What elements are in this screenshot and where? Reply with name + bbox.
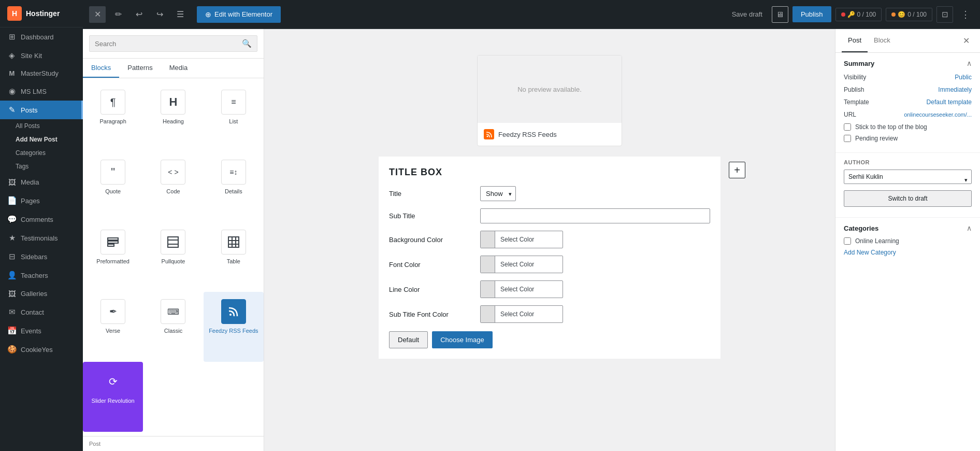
author-select-wrapper: Serhii Kuklin [844, 170, 972, 190]
sidebar-item-masterstudy[interactable]: M MasterStudy [0, 65, 83, 82]
tab-post[interactable]: Post [842, 29, 868, 52]
score2-button[interactable]: 😊 0 / 100 [886, 8, 932, 21]
default-button[interactable]: Default [389, 331, 428, 348]
right-panel-close-button[interactable]: ✕ [959, 32, 974, 50]
url-label: URL [844, 111, 856, 118]
editor-area[interactable]: No preview available. Feedzy RSS Feeds T… [264, 29, 835, 451]
sidebar-logo[interactable]: H Hostinger [0, 0, 83, 27]
categories-collapse-button[interactable]: ∧ [967, 224, 972, 232]
add-block-button[interactable]: + [729, 162, 745, 178]
sidebar-item-label: CookieYes [21, 346, 53, 354]
sidebar-item-galleries[interactable]: 🖼 Galleries [0, 285, 83, 303]
block-paragraph[interactable]: ¶ Paragraph [83, 82, 143, 152]
subtitle-input[interactable] [480, 208, 710, 223]
visibility-label: Visibility [844, 74, 866, 81]
sidebar-item-label: Dashboard [21, 33, 54, 41]
block-classic[interactable]: ⌨ Classic [143, 292, 203, 362]
block-tabs: Blocks Patterns Media [83, 59, 264, 78]
sidebar-item-label: Teachers [21, 272, 48, 279]
sidebar-item-sitekit[interactable]: ◈ Site Kit [0, 46, 83, 65]
sidebar-item-categories[interactable]: Categories [0, 146, 83, 160]
sidebar-item-teachers[interactable]: 👤 Teachers [0, 266, 83, 285]
author-select[interactable]: Serhii Kuklin [844, 170, 972, 184]
block-pullquote[interactable]: Pullquote [143, 222, 203, 292]
template-label: Template [844, 98, 869, 106]
template-value[interactable]: Default template [927, 98, 972, 106]
sidebar-item-all-posts[interactable]: All Posts [0, 119, 83, 133]
redo-button[interactable]: ↪ [151, 6, 168, 23]
summary-collapse-button[interactable]: ∧ [967, 59, 972, 67]
media-icon: 🖼 [7, 178, 17, 187]
title-control: Show Hide [480, 186, 710, 201]
subtitle-font-color-picker[interactable]: Select Color [480, 305, 563, 323]
switch-to-draft-button[interactable]: Switch to draft [844, 190, 972, 207]
block-list[interactable]: ≡ List [204, 82, 264, 152]
template-row: Template Default template [844, 98, 972, 106]
sidebar-item-contact[interactable]: ✉ Contact [0, 303, 83, 321]
logo-text: Hostinger [26, 9, 60, 18]
sidebar-item-sidebars[interactable]: ⊟ Sidebars [0, 247, 83, 266]
tab-block[interactable]: Block [868, 29, 897, 52]
stick-top-checkbox[interactable] [844, 123, 851, 131]
sidebar-item-tags[interactable]: Tags [0, 160, 83, 173]
line-color-picker[interactable]: Select Color [480, 280, 563, 298]
block-feedzy-rss[interactable]: Feedzy RSS Feeds [204, 292, 264, 362]
title-select[interactable]: Show Hide [480, 186, 516, 201]
close-button[interactable]: ✕ [89, 6, 106, 23]
line-color-swatch [481, 281, 495, 298]
undo-button[interactable]: ↩ [131, 6, 147, 23]
sidebar-item-dashboard[interactable]: ⊞ Dashboard [0, 27, 83, 46]
screen-options-button[interactable]: ⊡ [936, 6, 953, 23]
sidebar-item-comments[interactable]: 💬 Comments [0, 210, 83, 229]
categories-title: Categories [844, 224, 878, 232]
online-learning-checkbox[interactable] [844, 237, 851, 245]
block-code[interactable]: < > Code [143, 152, 203, 222]
edit-with-elementor-button[interactable]: ⊕ Edit with Elementor [197, 6, 281, 23]
action-buttons: Default Choose Image [389, 331, 710, 348]
tab-patterns[interactable]: Patterns [119, 59, 161, 78]
visibility-value[interactable]: Public [955, 74, 972, 81]
tab-media[interactable]: Media [161, 59, 196, 78]
publish-value[interactable]: Immediately [938, 86, 972, 93]
url-value[interactable]: onlinecourseseeker.com/... [904, 111, 972, 118]
pending-review-row: Pending review [844, 135, 972, 142]
save-draft-button[interactable]: Save draft [727, 7, 768, 21]
block-search-area: 🔍 [83, 29, 264, 59]
view-button[interactable]: 🖥 [772, 6, 788, 23]
logo-icon: H [7, 6, 22, 21]
add-new-category-link[interactable]: Add New Category [844, 249, 972, 256]
right-panel-header: Post Block ✕ [835, 29, 980, 53]
tab-blocks[interactable]: Blocks [83, 59, 119, 78]
more-options-button[interactable]: ⋮ [957, 6, 974, 23]
block-table[interactable]: Table [204, 222, 264, 292]
sidebar-item-media[interactable]: 🖼 Media [0, 173, 83, 191]
feedzy-preview-card[interactable]: No preview available. Feedzy RSS Feeds [477, 55, 622, 146]
sidebar-item-posts[interactable]: ✎ Posts [0, 101, 83, 119]
mslms-icon: ◉ [7, 87, 17, 96]
choose-image-button[interactable]: Choose Image [432, 331, 493, 348]
search-input[interactable] [95, 40, 239, 48]
publish-button[interactable]: Publish [792, 6, 831, 22]
pencil-tool-button[interactable]: ✏ [110, 6, 126, 23]
block-details[interactable]: ≡↕ Details [204, 152, 264, 222]
bg-color-row: Background Color Select Color [389, 231, 710, 248]
sidebar-item-add-new[interactable]: Add New Post [0, 133, 83, 146]
block-quote[interactable]: " Quote [83, 152, 143, 222]
list-view-button[interactable]: ☰ [172, 6, 189, 23]
block-preformatted[interactable]: Preformatted [83, 222, 143, 292]
bg-color-picker[interactable]: Select Color [480, 231, 563, 248]
font-color-text: Select Color [495, 261, 539, 268]
block-heading[interactable]: H Heading [143, 82, 203, 152]
sidebar-item-pages[interactable]: 📄 Pages [0, 191, 83, 210]
block-verse[interactable]: ✒ Verse [83, 292, 143, 362]
svg-point-12 [486, 135, 488, 137]
score1-label: 0 / 100 [857, 11, 876, 18]
sidebar-item-events[interactable]: 📅 Events [0, 321, 83, 340]
font-color-picker[interactable]: Select Color [480, 256, 563, 273]
pending-review-checkbox[interactable] [844, 135, 851, 142]
sidebar-item-mslms[interactable]: ◉ MS LMS [0, 82, 83, 101]
sidebar-item-testimonials[interactable]: ★ Testimonials [0, 229, 83, 247]
score1-button[interactable]: 🔑 0 / 100 [835, 8, 882, 21]
block-slider-revolution[interactable]: ⟳ Slider Revolution [83, 362, 143, 432]
sidebar-item-cookieyes[interactable]: 🍪 CookieYes [0, 340, 83, 359]
